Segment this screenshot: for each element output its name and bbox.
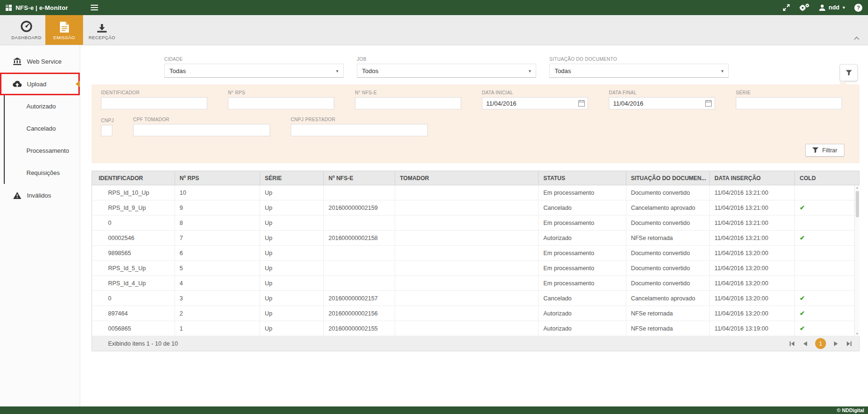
cnpj-checkbox[interactable] — [101, 125, 112, 136]
job-select[interactable]: Todos ▾ — [357, 64, 536, 78]
scrollbar-thumb[interactable] — [856, 191, 859, 217]
topbar-actions: ndd ▾ ? — [783, 3, 862, 12]
table-row[interactable]: RPS_Id_4_Up4UpEm processamentoDocumento … — [92, 276, 860, 291]
table-row[interactable]: 00568651Up201600000002155AutorizadoNFSe … — [92, 321, 860, 336]
col-header-rps[interactable]: Nº RPS — [175, 171, 260, 185]
next-page-button[interactable] — [833, 340, 839, 347]
table-row[interactable]: 98985656UpEm processamentoDocumento conv… — [92, 246, 860, 261]
cell-situacao: NFSe retornada — [626, 306, 709, 321]
sidebar-item-processamento[interactable]: Processamento — [5, 140, 80, 162]
cell-tomador — [395, 276, 539, 291]
field-label: CNPJ PRESTADOR — [291, 117, 428, 122]
col-header-status[interactable]: STATUS — [539, 171, 626, 185]
sidebar-item-requisicoes[interactable]: Requisições — [5, 162, 80, 184]
table-row[interactable]: 000025467Up201600000002158AutorizadoNFSe… — [92, 231, 860, 246]
sidebar-item-cancelado[interactable]: Cancelado — [5, 117, 80, 140]
sidebar: Web Service Upload Autorizado Cancelado … — [0, 45, 80, 406]
menu-icon[interactable] — [91, 3, 98, 12]
cell-data_insercao: 11/04/2016 13:20:00 — [709, 276, 794, 291]
tab-label: DASHBOARD — [11, 35, 42, 40]
cell-tomador — [395, 185, 539, 200]
cell-tomador — [395, 321, 539, 336]
cidade-field: CIDADE Todas ▾ — [164, 57, 344, 78]
calendar-icon[interactable] — [578, 100, 585, 107]
settings-gears-icon[interactable] — [799, 3, 809, 12]
scroll-up-arrow[interactable]: ▲ — [856, 185, 859, 190]
current-page-indicator[interactable]: 1 — [815, 338, 826, 349]
first-page-button[interactable] — [789, 340, 795, 347]
situacao-documento-select[interactable]: Todas ▾ — [549, 64, 729, 78]
table-row[interactable]: RPS_Id_10_Up10UpEm processamentoDocument… — [92, 185, 860, 200]
help-icon[interactable]: ? — [854, 4, 862, 12]
tab-recepcao[interactable]: RECEPÇÃO — [83, 15, 121, 45]
cell-identificador: 00002546 — [92, 231, 175, 246]
cell-nfse: 201600000002157 — [324, 291, 395, 306]
tab-label: RECEPÇÃO — [89, 35, 116, 40]
data-final-input[interactable] — [609, 97, 715, 109]
sidebar-item-invalidos[interactable]: Inválidos — [0, 184, 80, 207]
n-nfse-input[interactable] — [355, 97, 461, 109]
col-header-situacao[interactable]: SITUAÇÃO DO DOCUMEN... — [626, 171, 709, 185]
col-header-identificador[interactable]: IDENTIFICADOR — [92, 171, 175, 185]
bank-icon — [12, 58, 22, 65]
field-label: DATA FINAL — [609, 90, 715, 95]
sidebar-item-label: Autorizado — [26, 103, 56, 110]
cell-status: Em processamento — [539, 261, 626, 276]
tab-emissao[interactable]: EMISSÃO — [45, 15, 83, 45]
col-header-tomador[interactable]: TOMADOR — [395, 171, 539, 185]
cell-identificador: RPS_Id_4_Up — [92, 276, 175, 291]
scroll-down-arrow[interactable]: ▼ — [856, 331, 859, 336]
cell-rps: 5 — [175, 261, 260, 276]
table-row[interactable]: 08UpEm processamentoDocumento convertido… — [92, 215, 860, 231]
table-row[interactable]: RPS_Id_5_Up5UpEm processamentoDocumento … — [92, 261, 860, 276]
filter-panel-toggle-button[interactable] — [840, 64, 858, 81]
collapse-toolbar-button[interactable] — [853, 35, 860, 43]
col-header-serie[interactable]: SÉRIE — [260, 171, 324, 185]
col-header-cold[interactable]: COLD — [795, 171, 860, 185]
cell-data_insercao: 11/04/2016 13:21:00 — [709, 200, 794, 215]
prev-page-button[interactable] — [802, 340, 808, 347]
cell-status: Autorizado — [539, 231, 626, 246]
cell-serie: Up — [260, 231, 324, 246]
cell-identificador: 0 — [92, 215, 175, 231]
table-row[interactable]: 8974642Up201600000002156AutorizadoNFSe r… — [92, 306, 860, 321]
fullscreen-icon[interactable] — [783, 4, 790, 11]
table-row[interactable]: RPS_Id_9_Up9Up201600000002159CanceladoCa… — [92, 200, 860, 215]
data-inicial-input[interactable] — [482, 97, 588, 109]
sidebar-item-upload[interactable]: Upload — [0, 73, 80, 95]
cell-serie: Up — [260, 200, 324, 215]
cell-status: Cancelado — [539, 200, 626, 215]
cell-rps: 6 — [175, 246, 260, 261]
copyright-text: © NDDigital — [837, 407, 864, 413]
chevron-down-icon: ▾ — [529, 68, 531, 74]
field-label: IDENTIFICADOR — [101, 90, 207, 95]
n-rps-input[interactable] — [228, 97, 334, 109]
cell-situacao: Documento convertido — [626, 246, 709, 261]
tab-dashboard[interactable]: DASHBOARD — [8, 15, 45, 45]
identificador-input[interactable] — [101, 97, 207, 109]
cell-status: Autorizado — [539, 306, 626, 321]
sidebar-item-autorizado[interactable]: Autorizado — [5, 95, 80, 117]
module-toolbar: DASHBOARD EMISSÃO RECEPÇÃO — [0, 15, 868, 45]
calendar-icon[interactable] — [705, 100, 712, 107]
col-header-nfse[interactable]: Nº NFS-E — [324, 171, 395, 185]
cell-rps: 9 — [175, 200, 260, 215]
cnpj-prestador-input[interactable] — [291, 124, 428, 136]
last-page-button[interactable] — [846, 340, 852, 347]
sidebar-item-web-service[interactable]: Web Service — [0, 50, 80, 73]
cloud-upload-icon — [12, 81, 22, 87]
cell-rps: 1 — [175, 321, 260, 336]
serie-input[interactable] — [736, 97, 842, 109]
cpf-tomador-input[interactable] — [133, 124, 270, 136]
pagination: 1 — [789, 338, 852, 349]
filtrar-button[interactable]: Filtrar — [805, 144, 844, 157]
table-row[interactable]: 03Up201600000002157CanceladoCancelamento… — [92, 291, 860, 306]
field-label: N° RPS — [228, 90, 334, 95]
cell-rps: 7 — [175, 231, 260, 246]
user-menu[interactable]: ndd ▾ — [819, 4, 845, 11]
chevron-down-icon: ▾ — [843, 6, 845, 10]
cell-serie: Up — [260, 215, 324, 231]
col-header-data-insercao[interactable]: DATA INSERÇÃO — [709, 171, 794, 185]
cidade-select[interactable]: Todas ▾ — [164, 64, 344, 78]
cell-data_insercao: 11/04/2016 13:20:00 — [709, 246, 794, 261]
